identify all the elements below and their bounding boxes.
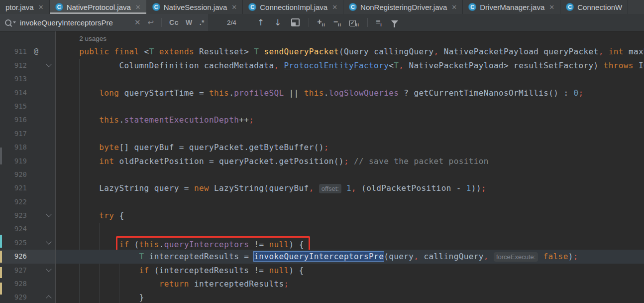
code-line[interactable]: byte[] queryBuf = queryPacket.getByteBuf… — [56, 141, 644, 154]
code-token[interactable] — [279, 61, 284, 70]
code-token[interactable]: ; — [284, 279, 289, 289]
code-token[interactable] — [341, 183, 346, 193]
code-token[interactable]: queryInterceptors — [164, 240, 249, 249]
editor-tab[interactable]: CNativeSession.java✕ — [147, 0, 243, 14]
editor-tab[interactable]: CConnectionW — [560, 0, 628, 14]
code-token[interactable]: this — [99, 115, 119, 125]
code-token[interactable]: maxR — [624, 47, 644, 56]
code-token[interactable]: ; — [579, 88, 584, 98]
code-token[interactable] — [604, 47, 609, 56]
code-token[interactable]: LazyString query = — [99, 183, 194, 193]
code-token[interactable] — [489, 252, 494, 261]
add-occurrence-icon[interactable]: +II — [317, 17, 325, 27]
selected-search-match[interactable]: invokeQueryInterceptorsPre — [254, 252, 384, 261]
filter-icon[interactable] — [391, 20, 398, 24]
editor-tab[interactable]: ptor.java✕ — [0, 0, 50, 14]
code-line[interactable]: this.statementExecutionDepth++; — [56, 113, 644, 127]
code-token[interactable]: ++ — [239, 115, 249, 125]
code-token[interactable]: != — [249, 240, 269, 249]
code-token[interactable]: ; — [344, 156, 349, 166]
code-token[interactable]: ; — [573, 252, 578, 261]
search-history-chevron-icon[interactable] — [13, 21, 16, 23]
code-line[interactable]: public final <T extends Resultset> T sen… — [56, 45, 644, 58]
code-token[interactable]: , — [399, 61, 404, 70]
tab-close-icon[interactable]: ✕ — [332, 3, 337, 11]
tab-close-icon[interactable]: ✕ — [549, 3, 554, 11]
code-token[interactable]: . — [324, 88, 329, 98]
code-line[interactable]: ColumnDefinition cachedMetadata, Protoco… — [56, 59, 644, 72]
code-token[interactable]: false — [543, 252, 568, 261]
clear-search-icon[interactable]: ✕ — [134, 18, 141, 27]
code-token[interactable]: [] queryBuf = queryPacket.getByteBuffer(… — [119, 143, 323, 152]
code-token[interactable]: try — [99, 211, 114, 220]
code-token[interactable]: || — [284, 88, 304, 98]
code-line[interactable]: if (this.queryInterceptors != null) { — [56, 236, 644, 250]
code-token[interactable]: ColumnDefinition cachedMetadata — [119, 61, 274, 70]
fold-marker-icon[interactable] — [45, 291, 54, 303]
code-token[interactable]: . — [159, 240, 164, 249]
code-token[interactable]: 2 usages — [79, 35, 107, 42]
code-token[interactable]: Resultset> — [194, 47, 254, 56]
code-token[interactable]: (interceptedResults != — [149, 266, 269, 275]
previous-occurrence-button[interactable]: ↑ — [257, 17, 264, 27]
code-token[interactable]: ; — [249, 115, 254, 125]
tab-close-icon[interactable]: ✕ — [38, 3, 44, 11]
editor-tab[interactable]: CDriverManager.java✕ — [463, 0, 560, 14]
code-token[interactable]: (oldPacketPosition - — [356, 183, 466, 193]
code-token[interactable]: T — [149, 47, 154, 56]
code-token[interactable]: . — [119, 115, 124, 125]
whole-words-toggle[interactable]: W — [186, 18, 193, 26]
editor-tab[interactable]: CConnectionImpl.java✕ — [243, 0, 343, 14]
code-line[interactable]: T interceptedResults = invokeQueryInterc… — [56, 250, 644, 263]
code-line[interactable] — [56, 168, 644, 181]
code-token[interactable]: int — [99, 156, 114, 166]
code-token[interactable]: this — [304, 88, 324, 98]
fold-marker-icon[interactable] — [45, 209, 54, 222]
code-token[interactable]: T — [394, 61, 399, 70]
code-token[interactable]: ? getCurrentTimeNanosOrMillis() : — [399, 88, 573, 98]
code-token[interactable]: { — [114, 211, 124, 220]
parameter-hint-inlay[interactable]: offset: — [319, 184, 341, 193]
editor-tab[interactable]: CNonRegisteringDriver.java✕ — [343, 0, 463, 14]
code-token[interactable]: ProtocolEntityFactory — [284, 61, 389, 70]
regex-toggle[interactable]: .* — [200, 18, 205, 26]
code-token[interactable]: ) { — [289, 266, 304, 275]
code-token[interactable]: 1 — [346, 183, 351, 193]
code-line[interactable] — [56, 222, 644, 236]
code-token[interactable]: logSlowQueries — [329, 88, 399, 98]
code-token[interactable]: , — [351, 183, 356, 193]
tab-close-icon[interactable]: ✕ — [135, 3, 141, 11]
code-token[interactable]: , — [414, 252, 419, 261]
code-token[interactable]: if — [139, 266, 149, 275]
code-line[interactable]: 2 usages — [56, 31, 644, 45]
code-token[interactable]: queryStartTime = — [119, 88, 209, 98]
select-all-occurrences-icon[interactable]: ✓II — [349, 17, 359, 27]
code-token[interactable] — [314, 183, 319, 193]
code-token[interactable]: this — [209, 88, 229, 98]
multiline-search-icon[interactable]: ≡I — [376, 17, 382, 27]
tab-close-icon[interactable]: ✕ — [231, 3, 237, 11]
code-token[interactable]: public final — [79, 47, 144, 56]
code-line[interactable]: LazyString query = new LazyString(queryB… — [56, 181, 644, 195]
code-line[interactable] — [56, 100, 644, 113]
code-token[interactable]: ) — [568, 252, 573, 261]
code-line[interactable] — [56, 72, 644, 86]
code-token[interactable]: int — [609, 47, 624, 56]
code-token[interactable]: , — [484, 252, 489, 261]
parameter-hint-inlay[interactable]: forceExecute: — [494, 252, 538, 262]
code-token[interactable]: LazyString(queryBuf — [209, 183, 309, 193]
editor-tab[interactable]: CNativeProtocol.java✕ — [50, 0, 147, 14]
code-token[interactable]: (Query callingQuery — [339, 47, 434, 56]
code-token[interactable] — [259, 47, 264, 56]
search-input[interactable]: invokeQueryInterceptorsPre ✕ ↩ Cc W .* — [0, 14, 208, 31]
code-token[interactable]: T — [254, 47, 259, 56]
code-line[interactable]: } — [56, 291, 644, 303]
code-token[interactable]: NativePacketPayload> resultSetFactory) — [404, 61, 603, 70]
code-line[interactable]: int oldPacketPosition = queryPacket.getP… — [56, 154, 644, 168]
code-token[interactable]: byte — [99, 143, 119, 152]
code-token[interactable]: < — [144, 47, 149, 56]
tab-close-icon[interactable]: ✕ — [451, 3, 457, 11]
code-token[interactable]: callingQuery — [419, 252, 483, 261]
code-token[interactable]: if — [119, 240, 129, 249]
fold-marker-icon[interactable] — [45, 264, 54, 277]
